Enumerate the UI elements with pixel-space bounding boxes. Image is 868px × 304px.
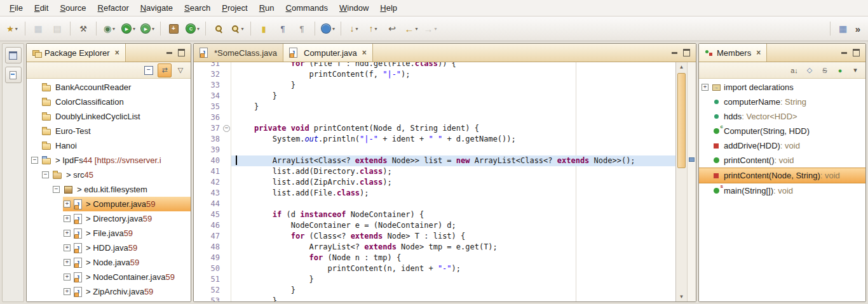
line-number[interactable]: 45	[202, 209, 222, 220]
line-number[interactable]: 38	[202, 134, 222, 145]
expander-icon[interactable]: +	[64, 244, 71, 251]
line-number[interactable]: 53	[202, 296, 222, 301]
code-text[interactable]: }	[231, 274, 675, 285]
menu-edit[interactable]: Edit	[29, 1, 54, 15]
view-shortcut-button[interactable]	[5, 67, 22, 83]
overview-annotation-marker[interactable]	[689, 157, 695, 162]
hide-non-public-members-button[interactable]: ●	[834, 64, 846, 77]
close-view-icon[interactable]: ×	[115, 48, 119, 57]
line-number[interactable]: 39	[202, 145, 222, 155]
code-text[interactable]: for (Node n : tmp) {	[231, 253, 675, 263]
line-number[interactable]: 31	[202, 62, 222, 69]
code-lines[interactable]: 31 for (File f : hdd.get(File.class)) {3…	[194, 62, 675, 301]
tree-item[interactable]: −> edu.kit.filesystem	[27, 182, 191, 197]
run-button[interactable]: ▶▾	[119, 20, 137, 37]
editor-vertical-scrollbar[interactable]: ▲ ▼	[675, 62, 687, 301]
scrollbar-thumb[interactable]	[677, 73, 686, 168]
line-number[interactable]: 37	[202, 123, 222, 134]
annotation-ruler[interactable]	[194, 231, 202, 242]
members-list[interactable]: +import declarationscomputerName : Strin…	[699, 79, 865, 301]
new-wizard-button[interactable]: ★▾	[3, 20, 21, 37]
tree-item[interactable]: +J> NodeContainer.java 59	[27, 270, 191, 284]
annotation-ruler[interactable]	[194, 209, 202, 220]
line-number[interactable]: 51	[202, 274, 222, 285]
expander-icon[interactable]: +	[64, 215, 71, 222]
line-number[interactable]: 52	[202, 285, 222, 296]
overview-ruler[interactable]	[687, 62, 696, 301]
line-number[interactable]: 40	[202, 155, 222, 166]
line-number[interactable]: 34	[202, 91, 222, 102]
member-item[interactable]: computerName : String	[699, 95, 865, 109]
annotation-ruler[interactable]	[194, 134, 202, 145]
code-text[interactable]	[231, 112, 675, 123]
expander-icon[interactable]: +	[64, 201, 71, 208]
fold-ruler[interactable]	[222, 102, 231, 112]
scroll-up-arrow-icon[interactable]: ▲	[676, 64, 687, 70]
annotation-ruler[interactable]	[194, 263, 202, 274]
expander-icon[interactable]: +	[702, 84, 709, 91]
annotation-ruler[interactable]	[194, 155, 202, 166]
menu-search[interactable]: Search	[179, 1, 216, 15]
fold-ruler[interactable]	[222, 155, 231, 166]
annotation-ruler[interactable]	[194, 112, 202, 123]
package-explorer-tab[interactable]: Package Explorer ×	[27, 44, 126, 62]
code-text[interactable]: printContent(f, "|-");	[231, 69, 675, 80]
fold-ruler[interactable]	[222, 231, 231, 242]
fold-ruler[interactable]	[222, 209, 231, 220]
expander-icon[interactable]: −	[31, 157, 38, 164]
code-editor[interactable]: 31 for (File f : hdd.get(File.class)) {3…	[194, 62, 675, 301]
code-text[interactable]: }	[231, 102, 675, 112]
new-java-package-button[interactable]: +	[165, 20, 182, 37]
tree-item[interactable]: Euro-Test	[27, 124, 191, 138]
line-number[interactable]: 49	[202, 253, 222, 263]
menu-file[interactable]: File	[4, 1, 29, 15]
tree-item[interactable]: +J> HDD.java 59	[27, 241, 191, 255]
expander-icon[interactable]: +	[64, 259, 71, 266]
sort-members-button[interactable]: a↓	[788, 64, 801, 77]
tree-item[interactable]: ColorClassification	[27, 95, 191, 109]
line-number[interactable]: 48	[202, 242, 222, 253]
line-number[interactable]: 50	[202, 263, 222, 274]
annotation-ruler[interactable]	[194, 177, 202, 188]
code-text[interactable]: if (d instanceof NodeContainer) {	[231, 209, 675, 220]
code-text[interactable]: list.add(Directory.class);	[231, 166, 675, 177]
code-text[interactable]: printContent(n, ident + "-");	[231, 263, 675, 274]
menu-commands[interactable]: Commands	[280, 1, 334, 15]
maximize-icon[interactable]	[853, 49, 860, 56]
expander-icon[interactable]: +	[64, 288, 71, 295]
annotation-ruler[interactable]	[194, 253, 202, 263]
code-text[interactable]	[231, 145, 675, 155]
code-text[interactable]: list.add(File.class);	[231, 188, 675, 199]
show-selected-element-only-button[interactable]: ¶	[293, 20, 311, 37]
minimize-icon[interactable]	[841, 52, 847, 54]
maximize-icon[interactable]	[178, 49, 185, 56]
collapse-region-icon[interactable]: −	[223, 125, 230, 132]
expander-icon[interactable]: −	[53, 186, 60, 193]
hide-static-members-button[interactable]: S	[818, 64, 831, 77]
tree-item[interactable]: DoublyLinkedCyclicList	[27, 109, 191, 124]
tree-item[interactable]: +J> File.java 59	[27, 226, 191, 241]
fold-ruler[interactable]	[222, 80, 231, 91]
code-text[interactable]: }	[231, 80, 675, 91]
menu-project[interactable]: Project	[216, 1, 253, 15]
expander-icon[interactable]: −	[42, 171, 49, 178]
expander-icon[interactable]: +	[64, 274, 71, 281]
previous-annotation-button[interactable]: ↑▾	[364, 20, 382, 37]
hide-local-types-button[interactable]: ▾	[849, 64, 862, 77]
tree-item[interactable]: +J> Directory.java 59	[27, 211, 191, 226]
line-number[interactable]: 36	[202, 112, 222, 123]
collapse-all-button[interactable]: −	[142, 64, 155, 77]
close-view-icon[interactable]: ×	[756, 48, 761, 57]
member-item[interactable]: printContent(Node, String) : void	[699, 168, 865, 183]
fold-ruler[interactable]	[222, 145, 231, 155]
tree-item[interactable]: +J> ZipArchiv.java 59	[27, 284, 191, 299]
fold-ruler[interactable]	[222, 134, 231, 145]
mark-occurrences-button[interactable]: ▮	[255, 20, 273, 37]
build-all-button[interactable]: ⚒	[74, 20, 92, 37]
menu-run[interactable]: Run	[254, 1, 280, 15]
open-type-button[interactable]	[210, 20, 227, 37]
member-item[interactable]: cComputer(String, HDD)	[699, 124, 865, 138]
fold-ruler[interactable]	[222, 285, 231, 296]
fold-ruler[interactable]	[222, 166, 231, 177]
tree-item[interactable]: BankAccountReader	[27, 80, 191, 95]
